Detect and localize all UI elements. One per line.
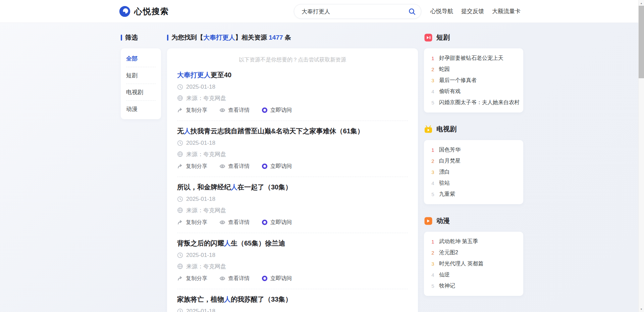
refresh-notice[interactable]: 以下资源不是你想要的？点击尝试获取新资源 (177, 56, 408, 63)
visit-now-label: 立即访问 (270, 163, 292, 170)
rank-item[interactable]: 2蛇园 (431, 64, 517, 75)
search-input[interactable] (294, 8, 408, 15)
rank-item[interactable]: 5牧神记 (431, 280, 517, 292)
copy-share-button[interactable]: 复制分享 (177, 219, 207, 226)
rank-item[interactable]: 1武动乾坤 第五季 (431, 236, 517, 247)
rank-header: 电视剧 (424, 125, 523, 134)
filter-item-short-drama[interactable]: 短剧 (126, 67, 156, 84)
visit-now-button[interactable]: 立即访问 (262, 219, 292, 226)
results-summary: 为您找到【大奉打更人】相关资源 1477 条 (167, 33, 418, 42)
view-detail-button[interactable]: 查看详情 (219, 219, 250, 226)
rank-item[interactable]: 4偷听有戏 (431, 86, 517, 97)
share-icon (177, 107, 183, 113)
filter-item-anime[interactable]: 动漫 (126, 101, 156, 117)
rank-card: 1武动乾坤 第五季 2沧元图2 3时光代理人 英都篇 4仙逆 5牧神记 (424, 232, 523, 296)
result-date: 2025-01-18 (177, 84, 408, 90)
view-detail-label: 查看详情 (228, 219, 250, 226)
rank-item[interactable]: 3最后一个修真者 (431, 75, 517, 86)
logo[interactable]: 心悦搜索 (119, 0, 169, 23)
result-title[interactable]: 大奉打更人更至40 (177, 71, 408, 79)
nav-link-xinyue-nav[interactable]: 心悦导航 (430, 7, 453, 15)
clock-icon (177, 84, 183, 90)
view-detail-button[interactable]: 查看详情 (219, 107, 250, 114)
result-source: 来源：夸克网盘 (177, 151, 408, 158)
filter-item-tv-series[interactable]: 电视剧 (126, 84, 156, 101)
scroll-up-arrow[interactable]: ▲ (639, 0, 644, 6)
result-actions: 复制分享 查看详情 立即访问 (177, 163, 408, 170)
filter-item-all[interactable]: 全部 (126, 50, 156, 67)
copy-share-button[interactable]: 复制分享 (177, 275, 207, 282)
result-actions: 复制分享 查看详情 立即访问 (177, 107, 408, 114)
rank-number: 4 (431, 89, 435, 94)
source-text: 来源：夸克网盘 (186, 94, 226, 102)
source-text: 来源：夸克网盘 (186, 150, 226, 158)
view-detail-button[interactable]: 查看详情 (219, 275, 250, 282)
view-detail-label: 查看详情 (228, 275, 250, 282)
result-title[interactable]: 家族将亡，植物人的我苏醒了（33集） (177, 295, 408, 304)
title-text: 更至40 (211, 71, 231, 79)
rank-item[interactable]: 3漂白 (431, 167, 517, 178)
rank-label: 闪婚京圈太子爷：夫人她来自农村 (439, 99, 520, 106)
anime-icon (424, 217, 433, 225)
visit-now-button[interactable]: 立即访问 (262, 107, 292, 114)
result-date: 2025-01-18 (177, 140, 408, 146)
copy-share-button[interactable]: 复制分享 (177, 107, 207, 114)
rank-number: 1 (431, 239, 435, 244)
summary-keyword: 大奉打更人 (203, 34, 235, 41)
title-highlight: 大奉打更人 (177, 71, 211, 79)
rank-label: 九重紫 (439, 191, 455, 198)
rank-item[interactable]: 2沧元图2 (431, 247, 517, 258)
title-text: 的我苏醒了（33集） (231, 296, 292, 303)
title-text: 生（65集）徐兰迪 (231, 239, 285, 247)
filter-card: 全部 短剧 电视剧 动漫 (121, 48, 161, 119)
rank-number: 3 (431, 78, 435, 83)
share-icon (177, 219, 183, 225)
filter-sidebar: 筛选 全部 短剧 电视剧 动漫 (121, 33, 161, 119)
rank-item[interactable]: 5九重紫 (431, 189, 517, 200)
visit-ring-icon (262, 219, 268, 225)
tv-icon (424, 125, 433, 134)
search-icon (408, 8, 416, 15)
rank-item[interactable]: 4驻站 (431, 178, 517, 189)
search-box[interactable] (294, 4, 421, 19)
visit-ring-icon (262, 275, 268, 281)
copy-share-button[interactable]: 复制分享 (177, 163, 207, 170)
rank-item[interactable]: 5闪婚京圈太子爷：夫人她来自农村 (431, 97, 517, 108)
scrollbar[interactable]: ▲ ▼ (638, 0, 644, 312)
nav-link-feedback[interactable]: 提交反馈 (461, 7, 484, 15)
result-title[interactable]: 背叛之后的闪耀人生（65集）徐兰迪 (177, 239, 408, 248)
rank-label: 武动乾坤 第五季 (439, 238, 478, 245)
page: 心悦搜索 心悦导航 提交反馈 大额流量卡 (0, 0, 644, 312)
share-icon (177, 163, 183, 169)
title-text: 在一起了（30集） (237, 183, 292, 191)
share-icon (177, 275, 183, 281)
rank-item[interactable]: 3时光代理人 英都篇 (431, 258, 517, 269)
rank-item[interactable]: 1好孕甜妻被钻石老公宠上天 (431, 53, 517, 64)
visit-now-label: 立即访问 (270, 107, 292, 114)
result-date: 2025-01-18 (177, 196, 408, 203)
filter-heading: 筛选 (121, 33, 161, 42)
title-highlight: 人 (224, 239, 231, 247)
clock-icon (177, 308, 183, 312)
date-text: 2025-01-18 (186, 84, 215, 90)
visit-now-button[interactable]: 立即访问 (262, 275, 292, 282)
nav-link-data-card[interactable]: 大额流量卡 (492, 7, 521, 15)
result-title[interactable]: 无人扶我青云志我自踏雪至山巅&名动天下之家事难休（61集） (177, 127, 408, 135)
visit-now-label: 立即访问 (270, 219, 292, 226)
result-item: 家族将亡，植物人的我苏醒了（33集） 2025-01-18 (177, 289, 408, 312)
title-text: 家族将亡，植物 (177, 296, 224, 303)
result-item: 所以，和金牌经纪人在一起了（30集） 2025-01-18 来源：夸克网盘 复制… (177, 177, 408, 233)
visit-now-button[interactable]: 立即访问 (262, 163, 292, 170)
scrollbar-thumb[interactable] (639, 6, 644, 78)
rank-label: 最后一个修真者 (439, 77, 477, 84)
rank-item[interactable]: 2白月梵星 (431, 155, 517, 167)
view-detail-button[interactable]: 查看详情 (219, 163, 250, 170)
copy-share-label: 复制分享 (186, 219, 207, 226)
search-button[interactable] (408, 8, 421, 15)
rank-item[interactable]: 1国色芳华 (431, 144, 517, 155)
header: 心悦搜索 心悦导航 提交反馈 大额流量卡 (0, 0, 644, 23)
scroll-down-arrow[interactable]: ▼ (639, 306, 644, 312)
date-text: 2025-01-18 (186, 252, 215, 259)
rank-item[interactable]: 4仙逆 (431, 269, 517, 280)
result-title[interactable]: 所以，和金牌经纪人在一起了（30集） (177, 183, 408, 191)
